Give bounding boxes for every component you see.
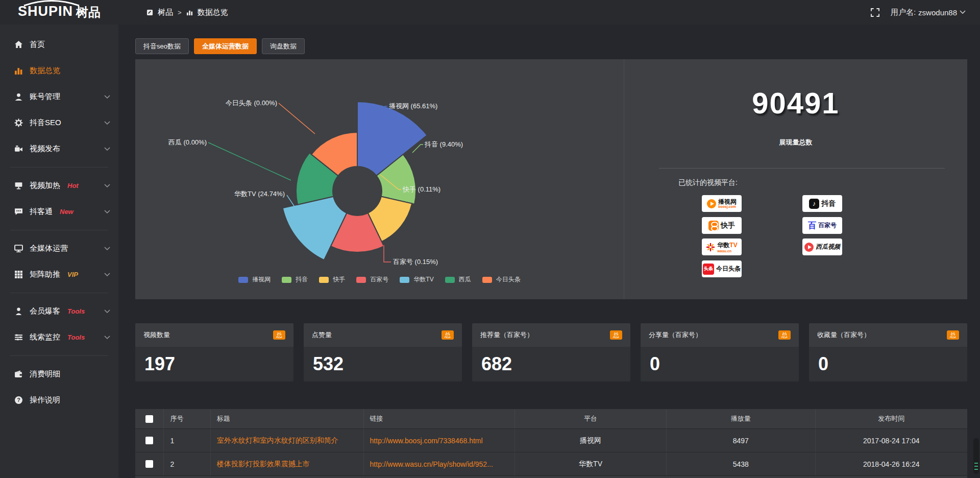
cell-publish-time: 2017-08-24 17:04 <box>815 429 967 452</box>
chevron-down-icon <box>104 95 110 99</box>
legend-item[interactable]: 西瓜 <box>445 275 471 284</box>
scroll-widget[interactable] <box>973 438 979 474</box>
cell-title-link[interactable]: 楼体投影灯投影效果震撼上市 <box>210 452 363 475</box>
sidebar-divider <box>10 355 108 356</box>
cell-platform: 播视网 <box>514 429 666 452</box>
total-badge: 总 <box>273 330 285 340</box>
logo-text-en: SHUPIN <box>18 5 73 18</box>
sidebar-item-douyin-seo[interactable]: 抖音SEO <box>0 110 118 136</box>
breadcrumb-separator: > <box>178 9 182 16</box>
legend-item[interactable]: 今日头条 <box>482 275 521 284</box>
summary-divider <box>659 168 945 169</box>
gear-icon <box>14 118 23 127</box>
sidebar-item-account[interactable]: 账号管理 <box>0 84 118 110</box>
data-tabs: 抖音seo数据 全媒体运营数据 询盘数据 <box>135 38 967 54</box>
platform-badge-xigua: 西瓜视频 <box>802 238 842 255</box>
logo-arc-icon <box>21 0 82 6</box>
platform-badge-baijiahao: 百 百家号 <box>802 217 842 234</box>
sidebar-divider <box>10 293 108 293</box>
user-icon <box>14 92 23 101</box>
col-title: 标题 <box>210 409 363 428</box>
pie-label-boshiwang: 播视网 (65.61%) <box>389 102 437 110</box>
pie-label-baijiahao: 百家号 (0.15%) <box>393 258 438 266</box>
sidebar-item-omnimedia[interactable]: 全媒体运营 <box>0 235 118 261</box>
fullscreen-icon[interactable] <box>871 8 879 17</box>
total-badge: 总 <box>778 330 791 340</box>
legend-item[interactable]: 播视网 <box>238 275 271 284</box>
sidebar-item-douketong[interactable]: 抖客通 New <box>0 199 118 225</box>
monitor-icon <box>14 244 23 253</box>
stat-card-favorite: 收藏量（百家号）总 0 <box>809 323 967 381</box>
bar-chart-icon <box>14 66 23 75</box>
chevron-down-icon <box>104 210 110 214</box>
sidebar-item-help[interactable]: ? 操作说明 <box>0 387 118 413</box>
tab-douyin-seo-data[interactable]: 抖音seo数据 <box>135 38 189 54</box>
chevron-down-icon <box>104 147 110 151</box>
sliders-icon <box>14 333 23 342</box>
cell-title-link[interactable]: 室外水纹灯和室内水纹灯的区别和简介 <box>210 429 363 452</box>
platform-badge-boshiwang: 播视网boosj.com <box>702 195 742 212</box>
pie-slice-washutv[interactable] <box>283 197 347 260</box>
sidebar-divider <box>10 230 108 230</box>
stat-label: 推荐量（百家号） <box>480 330 533 340</box>
topbar: SHUPIN 树品 树品 > 数据总览 用户名: zswodun88 <box>0 0 980 25</box>
tab-inquiry-data[interactable]: 询盘数据 <box>262 38 305 54</box>
pie-label-washutv: 华数TV (24.74%) <box>234 190 285 198</box>
logo-text-cn: 树品 <box>76 6 101 18</box>
stat-label: 视频数量 <box>143 330 170 340</box>
pie-slices[interactable] <box>283 102 427 260</box>
sidebar-item-video-heat[interactable]: 视频加热 Hot <box>0 173 118 199</box>
summary-panel: 90491 展现量总数 已统计的视频平台: 播视网boosj.com 快手 <box>624 59 967 299</box>
platform-badge-washutv: 华数TV wasu.cn <box>702 238 742 255</box>
vip-badge: VIP <box>67 271 78 278</box>
legend-swatch <box>445 277 455 283</box>
pie-chart: 播视网 (65.61%) 抖音 (9.40%) 快手 (0.11%) 百家号 (… <box>135 59 624 299</box>
home-icon <box>14 40 23 49</box>
legend-item[interactable]: 快手 <box>319 275 345 284</box>
sidebar-item-expense-detail[interactable]: 消费明细 <box>0 361 118 387</box>
username-label: 用户名: <box>891 8 916 17</box>
chart-legend: 播视网 抖音 快手 百家号 华数TV 西瓜 今日头条 <box>135 275 624 284</box>
sidebar-item-data-overview[interactable]: 数据总览 <box>0 58 118 84</box>
kuaishou-icon <box>708 221 719 231</box>
report-icon <box>146 9 153 16</box>
legend-item[interactable]: 华数TV <box>400 275 433 284</box>
cell-platform: 华数TV <box>514 452 666 475</box>
user-menu[interactable]: 用户名: zswodun88 <box>891 8 966 17</box>
table-row: 2 楼体投影灯投影效果震撼上市 http://www.wasu.cn/Play/… <box>135 452 967 475</box>
legend-item[interactable]: 百家号 <box>356 275 388 284</box>
stat-cards: 视频数量总 197 点赞量总 532 推荐量（百家号）总 682 分享量（百家号… <box>135 323 967 381</box>
douyin-note-icon: ♪ <box>809 199 819 209</box>
cell-playcount: 8497 <box>666 429 815 452</box>
sidebar-item-home[interactable]: 首页 <box>0 32 118 58</box>
legend-swatch <box>482 277 492 283</box>
hot-badge: Hot <box>67 182 79 189</box>
cell-url-link[interactable]: http://www.boosj.com/7338468.html <box>363 429 515 452</box>
main-content: 抖音seo数据 全媒体运营数据 询盘数据 <box>118 25 980 478</box>
row-checkbox[interactable] <box>145 437 153 444</box>
pie-label-kuaishou: 快手 (0.11%) <box>402 185 440 193</box>
tab-omnimedia-data[interactable]: 全媒体运营数据 <box>194 38 257 54</box>
baijiahao-icon: 百 <box>808 222 816 230</box>
video-table: 序号 标题 链接 平台 播放量 发布时间 1 室外水纹灯和室内水纹灯的区别和简介… <box>135 409 967 478</box>
chevron-down-icon <box>104 247 110 251</box>
sidebar-item-matrix-boost[interactable]: 矩阵助推 VIP <box>0 261 118 288</box>
sidebar-item-clue-monitor[interactable]: 线索监控 Tools <box>0 324 118 350</box>
cell-url-link[interactable]: http://www.wasu.cn/Play/show/id/952... <box>363 452 515 475</box>
row-checkbox[interactable] <box>145 460 153 468</box>
breadcrumb-root[interactable]: 树品 <box>158 8 173 17</box>
stat-label: 收藏量（百家号） <box>817 330 870 340</box>
stat-card-share: 分享量（百家号）总 0 <box>641 323 799 381</box>
chevron-down-icon <box>104 273 110 277</box>
chevron-down-icon <box>104 309 110 314</box>
sidebar-item-member-leads[interactable]: 会员爆客 Tools <box>0 298 118 324</box>
chevron-down-icon <box>104 184 110 188</box>
toutiao-icon: 头条 <box>703 264 714 275</box>
legend-item[interactable]: 抖音 <box>282 275 308 284</box>
legend-swatch <box>319 277 329 283</box>
stat-card-video-count: 视频数量总 197 <box>135 323 293 381</box>
select-all-checkbox[interactable] <box>145 415 153 423</box>
platform-badge-douyin: ♪ 抖音 <box>802 195 842 212</box>
legend-swatch <box>282 277 291 283</box>
sidebar-item-video-publish[interactable]: 视频发布 <box>0 136 118 162</box>
